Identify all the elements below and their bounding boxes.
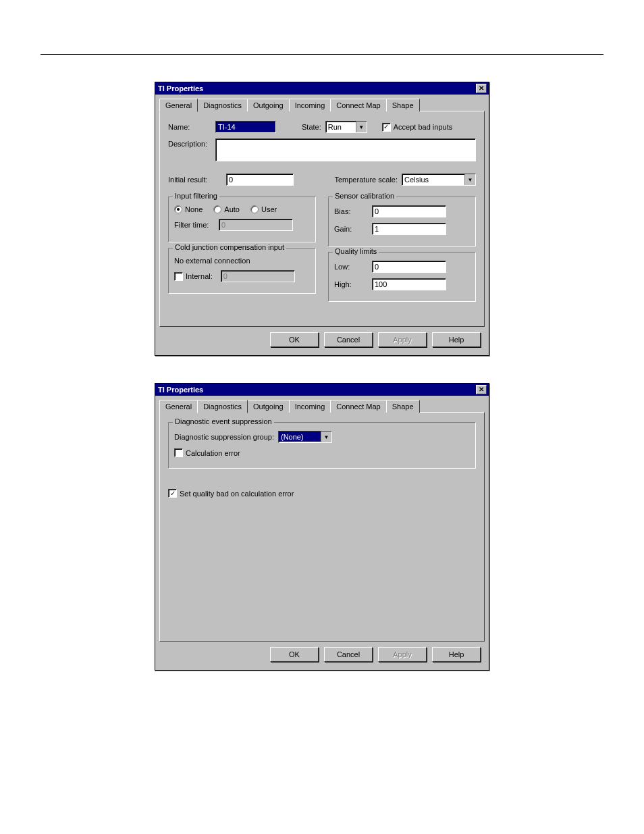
legend-sensor-cal: Sensor calibration	[333, 192, 396, 200]
set-quality-checkbox[interactable]: ✓ Set quality bad on calculation error	[168, 489, 294, 498]
tab-strip: General Diagnostics Outgoing Incoming Co…	[159, 99, 485, 111]
low-input[interactable]	[372, 261, 446, 273]
tab-incoming[interactable]: Incoming	[289, 400, 331, 413]
label-low: Low:	[334, 263, 368, 271]
dialog-ti-properties-diagnostics: TI Properties ✕ General Diagnostics Outg…	[155, 383, 489, 671]
bias-input[interactable]	[372, 205, 446, 217]
calc-error-checkbox[interactable]: Calculation error	[174, 448, 240, 457]
label-filter-time: Filter time:	[174, 221, 215, 229]
label-bias: Bias:	[334, 207, 368, 215]
state-value: Run	[326, 122, 356, 132]
cancel-button[interactable]: Cancel	[324, 647, 373, 662]
checkbox-icon	[174, 272, 183, 281]
gain-input[interactable]	[372, 223, 446, 235]
tab-outgoing[interactable]: Outgoing	[247, 400, 290, 413]
label-state: State:	[302, 123, 321, 131]
radio-user[interactable]: User	[250, 205, 277, 213]
ok-button[interactable]: OK	[270, 647, 319, 662]
initial-result-input[interactable]	[226, 174, 294, 186]
accept-bad-label: Accept bad inputs	[394, 123, 452, 131]
tab-general[interactable]: General	[159, 400, 198, 413]
dialog-ti-properties-general: TI Properties ✕ General Diagnostics Outg…	[155, 82, 489, 356]
label-initial-result: Initial result:	[168, 176, 222, 184]
no-external-text: No external connection	[174, 257, 250, 265]
label-high: High:	[334, 280, 368, 288]
accept-bad-checkbox[interactable]: ✓ Accept bad inputs	[382, 123, 452, 132]
legend-input-filtering: Input filtering	[173, 192, 219, 200]
help-button[interactable]: Help	[432, 647, 481, 662]
tab-shape[interactable]: Shape	[386, 99, 420, 111]
radio-auto[interactable]: Auto	[213, 205, 240, 213]
description-input[interactable]	[215, 138, 476, 161]
tab-connect-map[interactable]: Connect Map	[330, 99, 386, 111]
checkbox-icon: ✓	[168, 489, 177, 498]
tab-outgoing[interactable]: Outgoing	[247, 99, 290, 111]
tab-incoming[interactable]: Incoming	[289, 99, 331, 111]
legend-quality-limits: Quality limits	[333, 247, 379, 255]
checkbox-icon	[174, 448, 183, 457]
group-quality-limits: Quality limits Low: High:	[328, 252, 476, 302]
label-supp-group: Diagnostic suppression group:	[174, 433, 274, 441]
ok-button[interactable]: OK	[270, 332, 319, 347]
apply-button: Apply	[378, 332, 427, 347]
chevron-down-icon: ▼	[356, 122, 367, 132]
group-diag-suppression: Diagnostic event suppression Diagnostic …	[168, 422, 476, 469]
button-row: OK Cancel Apply Help	[159, 327, 485, 351]
internal-checkbox[interactable]: Internal:	[174, 272, 213, 281]
label-name: Name:	[168, 123, 211, 131]
label-description: Description:	[168, 138, 211, 148]
group-input-filtering: Input filtering None Auto	[168, 197, 316, 242]
tab-panel-diagnostics: Diagnostic event suppression Diagnostic …	[159, 412, 485, 642]
temp-scale-value: Celsius	[402, 175, 464, 184]
tab-general[interactable]: General	[159, 99, 198, 112]
group-sensor-cal: Sensor calibration Bias: Gain:	[328, 197, 476, 246]
filter-time-input	[219, 219, 293, 231]
supp-group-select[interactable]: (None) ▼	[278, 431, 332, 443]
checkbox-icon: ✓	[382, 123, 391, 132]
help-button[interactable]: Help	[432, 332, 481, 347]
apply-button: Apply	[378, 647, 427, 662]
supp-group-value: (None)	[279, 432, 321, 442]
group-cjc: Cold junction compensation input No exte…	[168, 248, 316, 294]
chevron-down-icon: ▼	[321, 432, 331, 442]
close-icon[interactable]: ✕	[476, 84, 487, 93]
title-text: TI Properties	[158, 84, 476, 93]
cancel-button[interactable]: Cancel	[324, 332, 373, 347]
titlebar: TI Properties ✕	[155, 384, 489, 396]
tab-strip: General Diagnostics Outgoing Incoming Co…	[159, 400, 485, 413]
tab-diagnostics[interactable]: Diagnostics	[197, 400, 248, 413]
tab-diagnostics[interactable]: Diagnostics	[197, 99, 248, 111]
button-row: OK Cancel Apply Help	[159, 642, 485, 666]
legend-cjc: Cold junction compensation input	[173, 243, 286, 251]
close-icon[interactable]: ✕	[476, 385, 487, 394]
tab-shape[interactable]: Shape	[386, 400, 420, 413]
legend-diag-suppression: Diagnostic event suppression	[173, 417, 274, 425]
page-divider	[41, 54, 603, 55]
tab-connect-map[interactable]: Connect Map	[330, 400, 386, 413]
titlebar: TI Properties ✕	[155, 82, 489, 95]
high-input[interactable]	[372, 278, 446, 290]
tab-panel-general: Name: State: Run ▼ ✓ Accept bad inputs	[159, 111, 485, 327]
radio-none[interactable]: None	[174, 205, 203, 213]
title-text: TI Properties	[158, 386, 476, 394]
state-select[interactable]: Run ▼	[325, 121, 367, 133]
temp-scale-select[interactable]: Celsius ▼	[402, 174, 476, 186]
label-temp-scale: Temperature scale:	[334, 176, 398, 184]
chevron-down-icon: ▼	[464, 174, 475, 185]
internal-input	[221, 270, 295, 282]
name-input[interactable]	[215, 121, 276, 133]
label-gain: Gain:	[334, 225, 368, 233]
